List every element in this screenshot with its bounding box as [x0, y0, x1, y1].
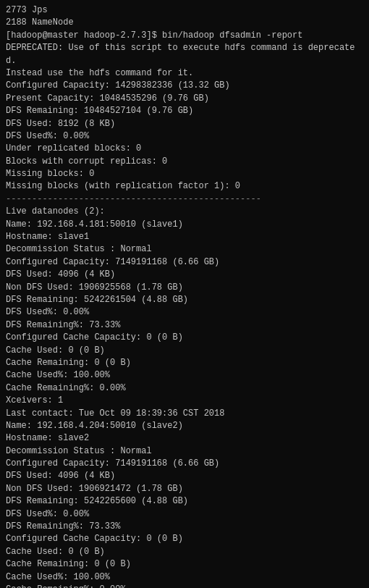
terminal-line: Missing blocks (with replication factor …	[6, 180, 363, 193]
terminal-line: DFS Remaining: 5242261504 (4.88 GB)	[6, 294, 363, 306]
terminal-line: Instead use the hdfs command for it.	[6, 67, 363, 80]
terminal-line: DFS Remaining%: 73.33%	[6, 521, 363, 533]
terminal-line: Decommission Status : Normal	[6, 445, 363, 458]
terminal-line: Configured Cache Capacity: 0 (0 B)	[6, 332, 363, 344]
terminal-line: Non DFS Used: 1906925568 (1.78 GB)	[6, 282, 363, 294]
terminal-line: Last contact: Tue Oct 09 18:39:36 CST 20…	[6, 408, 363, 420]
terminal-line: DFS Used%: 0.00%	[6, 306, 363, 319]
terminal-line: Configured Cache Capacity: 0 (0 B)	[6, 533, 363, 545]
terminal-container: 2773 Jps2188 NameNode[hadoop@master hado…	[6, 4, 363, 588]
terminal-line: Live datanodes (2):	[6, 206, 363, 218]
terminal-line: [hadoop@master hadoop-2.7.3]$ bin/hadoop…	[6, 30, 363, 42]
terminal-line: Hostname: slave1	[6, 231, 363, 243]
terminal-line: Configured Capacity: 7149191168 (6.66 GB…	[6, 256, 363, 269]
terminal-line: DFS Remaining: 5242265600 (4.88 GB)	[6, 495, 363, 508]
terminal-line: Blocks with corrupt replicas: 0	[6, 156, 363, 168]
terminal-line: Cache Remaining%: 0.00%	[6, 584, 363, 588]
terminal-line: DFS Used: 4096 (4 KB)	[6, 470, 363, 482]
terminal-line: Cache Used%: 100.00%	[6, 369, 363, 382]
terminal-line: Name: 192.168.4.181:50010 (slave1)	[6, 219, 363, 231]
terminal-line: DFS Used%: 0.00%	[6, 130, 363, 143]
terminal-line: Name: 192.168.4.204:50010 (slave2)	[6, 420, 363, 432]
terminal-line: DFS Remaining%: 73.33%	[6, 319, 363, 332]
terminal-line: Cache Used%: 100.00%	[6, 571, 363, 584]
terminal-line: Decommission Status : Normal	[6, 243, 363, 256]
terminal-line: Hostname: slave2	[6, 432, 363, 445]
terminal-line: DFS Used%: 0.00%	[6, 508, 363, 521]
terminal-line: Cache Used: 0 (0 B)	[6, 546, 363, 558]
terminal-line: ----------------------------------------…	[6, 193, 363, 206]
terminal-line: Cache Remaining: 0 (0 B)	[6, 357, 363, 369]
terminal-line: 2773 Jps	[6, 4, 363, 17]
terminal-line: Cache Used: 0 (0 B)	[6, 345, 363, 357]
terminal-line: Configured Capacity: 14298382336 (13.32 …	[6, 80, 363, 92]
terminal-line: DEPRECATED: Use of this script to execut…	[6, 42, 363, 67]
terminal-line: Configured Capacity: 7149191168 (6.66 GB…	[6, 458, 363, 470]
terminal-line: Present Capacity: 10484535296 (9.76 GB)	[6, 93, 363, 105]
terminal-line: Under replicated blocks: 0	[6, 143, 363, 155]
terminal-line: DFS Remaining: 10484527104 (9.76 GB)	[6, 105, 363, 117]
terminal-line: DFS Used: 4096 (4 KB)	[6, 269, 363, 281]
terminal-line: Cache Remaining: 0 (0 B)	[6, 558, 363, 571]
terminal-line: Cache Remaining%: 0.00%	[6, 382, 363, 395]
terminal-line: Non DFS Used: 1906921472 (1.78 GB)	[6, 483, 363, 495]
terminal-line: Missing blocks: 0	[6, 168, 363, 180]
terminal-line: 2188 NameNode	[6, 17, 363, 29]
terminal-line: DFS Used: 8192 (8 KB)	[6, 118, 363, 130]
terminal-line: Xceivers: 1	[6, 395, 363, 407]
